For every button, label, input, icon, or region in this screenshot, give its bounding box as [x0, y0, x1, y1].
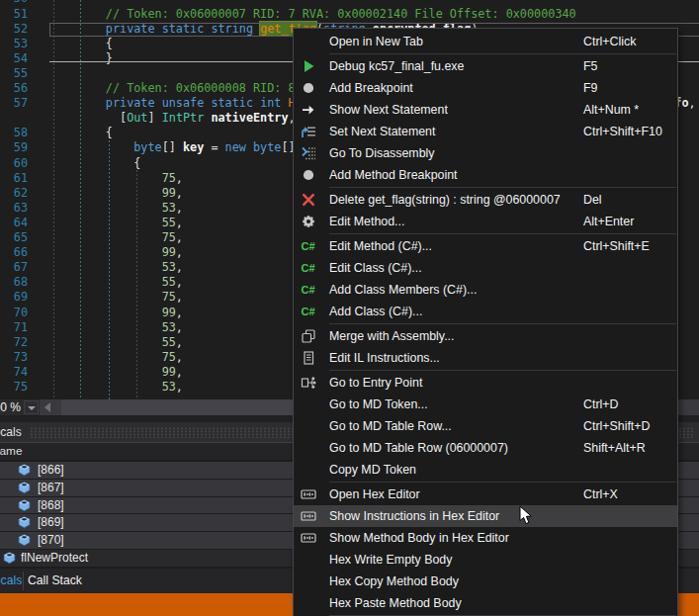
menu-item-go-to-entry-point[interactable]: Go to Entry Point	[294, 372, 677, 394]
set-next-icon	[300, 124, 317, 139]
line-number[interactable]: 55	[0, 66, 28, 81]
line-number[interactable]: 65	[0, 230, 28, 245]
menu-item-show-method-body-in-hex-editor[interactable]: Show Method Body in Hex Editor	[294, 527, 677, 549]
line-number[interactable]: 51	[0, 7, 28, 22]
tab-locals[interactable]: Locals	[0, 569, 22, 593]
line-number[interactable]: 75	[0, 380, 28, 395]
line-number[interactable]: 60	[0, 156, 28, 171]
menu-item-edit-class-c[interactable]: C#Edit Class (C#)...	[294, 257, 677, 279]
menu-item-hex-copy-method-body[interactable]: Hex Copy Method Body	[294, 571, 677, 592]
menu-item-go-to-md-table-row[interactable]: Go to MD Table Row...Ctrl+Shift+D	[294, 415, 677, 437]
code-text[interactable]: 53,	[49, 201, 183, 216]
menu-item-show-next-statement[interactable]: Show Next StatementAlt+Num *	[294, 99, 677, 121]
menu-item-label: Go to MD Table Row (06000007)	[329, 437, 508, 459]
code-text[interactable]: 75,	[49, 290, 183, 305]
token-plain	[49, 275, 162, 289]
code-text[interactable]: 99,	[49, 245, 183, 260]
locals-row-label: [869]	[38, 514, 64, 531]
code-text[interactable]: 53,	[49, 380, 183, 395]
line-number[interactable]: 70	[0, 306, 28, 320]
line-number[interactable]: 53	[0, 37, 28, 51]
line-number[interactable]: 69	[0, 290, 28, 305]
menu-item-shortcut: Shift+Alt+R	[583, 437, 646, 459]
line-number[interactable]: 52	[0, 22, 28, 37]
token-plain: ,	[176, 171, 183, 185]
name-column-header: Name	[0, 443, 22, 460]
line-number[interactable]: 63	[0, 201, 28, 216]
menu-item-edit-il-instructions[interactable]: Edit IL Instructions...	[294, 347, 677, 369]
token-keyword: private	[106, 96, 155, 110]
code-text[interactable]: 75,	[49, 230, 183, 245]
menu-item-go-to-disassembly[interactable]: Go To Disassembly	[294, 142, 677, 164]
code-line-51[interactable]: 51 // Token: 0x06000007 RID: 7 RVA: 0x00…	[0, 7, 699, 22]
token-number: 75	[162, 171, 176, 185]
code-text[interactable]: 75,	[49, 171, 183, 186]
menu-item-hex-write-empty-body[interactable]: Hex Write Empty Body	[294, 549, 677, 571]
local-variable-icon	[18, 516, 31, 529]
menu-item-debug-kc57-final-fu-exe[interactable]: Debug kc57_final_fu.exeF5	[294, 55, 677, 77]
token-number: 53	[162, 201, 176, 215]
code-text[interactable]: 53,	[49, 320, 183, 335]
locals-row-label: [867]	[38, 480, 64, 496]
line-number[interactable]: 68	[0, 275, 28, 290]
code-text[interactable]: 99,	[49, 186, 183, 201]
menu-item-shortcut: F9	[583, 77, 597, 99]
token-param: nativeEntry	[211, 111, 288, 125]
menu-item-go-to-md-table-row-06000007[interactable]: Go to MD Table Row (06000007)Shift+Alt+R	[294, 437, 677, 459]
code-text[interactable]: 53,	[49, 260, 183, 275]
line-number[interactable]: 59	[0, 140, 28, 155]
code-text[interactable]: byte[] key = new byte[]	[49, 140, 296, 155]
code-text[interactable]: {	[49, 156, 140, 171]
line-number[interactable]: 67	[0, 260, 28, 275]
zoom-dropdown-button[interactable]	[24, 400, 39, 414]
code-text[interactable]: 99,	[49, 365, 183, 380]
line-number[interactable]: 66	[0, 245, 28, 260]
code-text[interactable]: {	[49, 37, 113, 51]
svg-text:C#: C#	[302, 240, 315, 252]
token-plain: {	[49, 156, 140, 170]
line-number[interactable]: 72	[0, 335, 28, 350]
menu-item-open-hex-editor[interactable]: Open Hex EditorCtrl+X	[294, 484, 677, 505]
code-text[interactable]: {	[49, 126, 113, 140]
menu-item-show-instructions-in-hex-editor[interactable]: Show Instructions in Hex Editor	[294, 505, 677, 527]
menu-item-copy-md-token[interactable]: Copy MD Token	[294, 459, 677, 481]
menu-item-set-next-statement[interactable]: Set Next StatementCtrl+Shift+F10	[294, 121, 677, 142]
menu-item-add-method-breakpoint[interactable]: Add Method Breakpoint	[294, 164, 677, 186]
menu-item-hex-paste-method-body[interactable]: Hex Paste Method Body	[294, 592, 677, 614]
line-number[interactable]: 57	[0, 96, 28, 111]
menu-item-open-in-new-tab[interactable]: Open in New TabCtrl+Click	[294, 31, 677, 52]
menu-item-add-class-c[interactable]: C#Add Class (C#)...	[294, 301, 677, 322]
line-number[interactable]: 73	[0, 350, 28, 365]
menu-item-add-class-members-c[interactable]: C#Add Class Members (C#)...	[294, 279, 677, 301]
scroll-left-icon[interactable]	[44, 402, 50, 412]
tab-call-stack[interactable]: Call Stack	[28, 569, 82, 593]
code-text[interactable]: 55,	[49, 335, 183, 350]
line-number[interactable]: 62	[0, 186, 28, 201]
line-number[interactable]: 54	[0, 51, 28, 66]
line-number[interactable]: 61	[0, 171, 28, 186]
scrollbar-thumb[interactable]	[61, 399, 299, 415]
menu-item-go-to-md-token[interactable]: Go to MD Token...Ctrl+D	[294, 394, 677, 415]
code-text[interactable]: 99,	[49, 306, 183, 320]
arrow-right-icon	[300, 102, 317, 118]
menu-item-label: Open in New Tab	[329, 31, 423, 52]
menu-item-merge-with-assembly[interactable]: Merge with Assembly...	[294, 325, 677, 347]
token-type: IntPtr	[162, 111, 205, 125]
line-number[interactable]: 56	[0, 81, 28, 96]
line-number[interactable]: 64	[0, 216, 28, 230]
csharp-icon: C#	[300, 238, 317, 254]
menu-item-edit-method[interactable]: Edit Method...Alt+Enter	[294, 211, 677, 232]
code-text[interactable]: }	[49, 51, 113, 66]
code-text[interactable]: // Token: 0x06000007 RID: 7 RVA: 0x00002…	[49, 7, 576, 22]
line-number[interactable]: 74	[0, 365, 28, 380]
menu-item-add-breakpoint[interactable]: Add BreakpointF9	[294, 77, 677, 99]
menu-item-edit-method-c[interactable]: C#Edit Method (C#)...Ctrl+Shift+E	[294, 235, 677, 257]
line-number[interactable]: 58	[0, 126, 28, 140]
code-text[interactable]: 55,	[49, 216, 183, 230]
line-number[interactable]: 71	[0, 320, 28, 335]
menu-item-delete-get-flag-string-string-06000007[interactable]: Delete get_flag(string) : string @060000…	[294, 189, 677, 211]
token-keyword: byte	[133, 140, 161, 154]
code-text[interactable]: 55,	[49, 275, 183, 290]
code-text[interactable]: 75,	[49, 350, 183, 365]
menu-item-shortcut: F5	[583, 55, 597, 77]
